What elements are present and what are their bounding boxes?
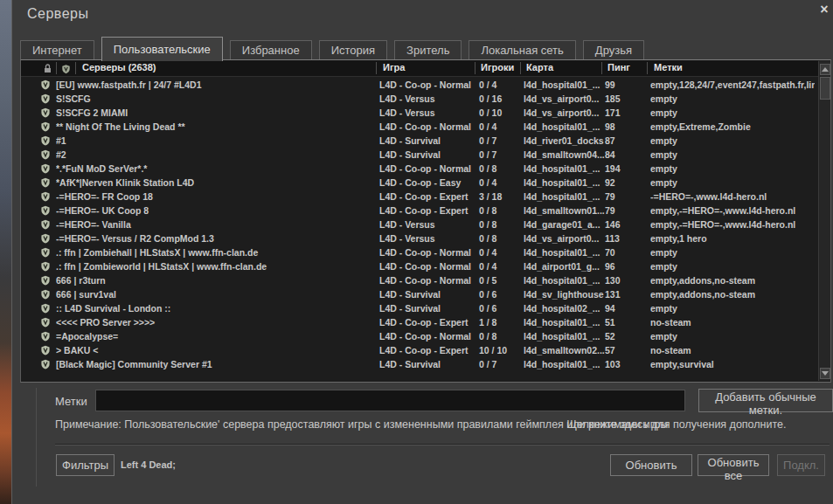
server-name-cell: -=HERO=- Vanilla <box>56 217 379 231</box>
secure-shield-icon <box>40 231 56 245</box>
column-header-tags[interactable]: Метки <box>654 62 683 72</box>
players-cell: 3 / 18 <box>479 190 524 204</box>
secure-shield-icon <box>40 245 56 259</box>
game-cell: L4D - Co-op - Easy <box>379 176 479 190</box>
server-name-cell: 666 | surv1val <box>56 287 379 301</box>
add-common-tags-button[interactable]: Добавить обычные метки. <box>698 389 833 412</box>
table-row[interactable]: S!SCFG 2 MIAMI L4D - Versus 0 / 10 l4d_v… <box>21 106 818 120</box>
table-row[interactable]: -=HERO=- FR Coop 18 L4D - Co-op - Expert… <box>21 190 818 204</box>
table-row[interactable]: *AfK*|Nerven Klinik Station L4D L4D - Co… <box>21 176 818 190</box>
map-cell: l4d_hospital02_... <box>524 301 605 315</box>
game-cell: L4D - Co-op - Expert <box>379 204 479 217</box>
players-cell: 0 / 6 <box>479 287 524 301</box>
server-name-cell: [EU] www.fastpath.fr | 24/7 #L4D1 <box>56 78 379 92</box>
secure-shield-icon <box>40 217 56 231</box>
tags-cell: empty <box>650 92 815 106</box>
close-icon[interactable]: × <box>816 2 832 17</box>
ping-cell: 51 <box>605 315 650 329</box>
server-name-cell: [Black Magic] Community Server #1 <box>56 357 379 371</box>
connect-button: Подкл. <box>777 454 825 476</box>
game-cell: L4D - Co-op - Expert <box>379 343 479 357</box>
secure-shield-icon <box>40 148 56 162</box>
triangle-down-icon <box>822 371 829 376</box>
header-separator <box>520 62 521 74</box>
secure-shield-icon <box>40 315 56 329</box>
server-name-cell: S!SCFG 2 MIAMI <box>56 106 379 120</box>
game-cell: L4D - Survival <box>379 287 479 301</box>
table-row[interactable]: ** Night Of The Living Dead ** L4D - Co-… <box>21 120 818 134</box>
secure-shield-icon <box>40 190 56 204</box>
header-separator <box>75 62 76 74</box>
table-row[interactable]: [Black Magic] Community Server #1 L4D - … <box>21 357 818 371</box>
ping-cell: 52 <box>605 329 650 343</box>
header-separator <box>601 62 602 74</box>
table-row[interactable]: [EU] www.fastpath.fr | 24/7 #L4D1 L4D - … <box>21 78 818 92</box>
refresh-button[interactable]: Обновить <box>610 454 692 476</box>
table-row[interactable]: -=HERO=- UK Coop 8 L4D - Co-op - Expert … <box>21 204 818 217</box>
lock-icon[interactable] <box>44 64 52 75</box>
map-cell: l4d_hospital01_... <box>524 120 605 134</box>
server-name-cell: .: ffn | Zombieworld | HLStatsX | www.ff… <box>56 259 379 273</box>
server-name-cell: -=HERO=- Versus / R2 CompMod 1.3 <box>56 231 379 245</box>
table-row[interactable]: 666 | surv1val L4D - Survival 0 / 6 l4d_… <box>21 287 818 301</box>
table-row[interactable]: =Apocalypse= L4D - Co-op - Normal 0 / 8 … <box>21 329 818 343</box>
table-row[interactable]: *.*FuN MoD SerVer*.* L4D - Co-op - Norma… <box>21 162 818 176</box>
table-row[interactable]: -=HERO=- Vanilla L4D - Versus 0 / 8 l4d_… <box>21 217 818 231</box>
secure-shield-icon <box>40 176 56 190</box>
tags-cell: empty <box>650 259 815 273</box>
tags-label: Метки <box>55 395 87 408</box>
vertical-scrollbar[interactable] <box>818 61 830 381</box>
secure-shield-icon[interactable] <box>61 64 71 76</box>
server-name-cell: =Apocalypse= <box>56 329 379 343</box>
players-cell: 0 / 16 <box>479 92 524 106</box>
tab-spectate[interactable]: Зритель <box>394 40 462 60</box>
scrollbar-thumb[interactable] <box>820 77 830 100</box>
players-cell: 0 / 10 <box>479 106 524 120</box>
table-header: Серверы (2638) Игра Игроки Карта Пинг Ме… <box>21 60 818 77</box>
players-cell: 0 / 8 <box>479 329 524 343</box>
tags-input[interactable] <box>95 390 685 411</box>
map-cell: l4d_smalltown01... <box>524 204 605 217</box>
tab-friends[interactable]: Друзья <box>583 40 644 60</box>
filters-button[interactable]: Фильтры <box>56 454 115 476</box>
table-row[interactable]: S!SCFG L4D - Versus 0 / 16 l4d_vs_airpor… <box>21 92 818 106</box>
table-row[interactable]: -=HERO=- Versus / R2 CompMod 1.3 L4D - V… <box>21 231 818 245</box>
table-row[interactable]: #1 L4D - Survival 0 / 7 l4d_river01_dock… <box>21 134 818 148</box>
table-row[interactable]: 666 | r3turn L4D - Co-op - Normal 0 / 5 … <box>21 273 818 287</box>
ping-cell: 92 <box>605 176 650 190</box>
tags-cell: empty <box>650 148 815 162</box>
column-header-ping[interactable]: Пинг <box>607 62 630 72</box>
tab-history[interactable]: История <box>319 40 387 60</box>
column-header-map[interactable]: Карта <box>526 62 553 72</box>
game-cell: L4D - Versus <box>379 106 479 120</box>
table-row[interactable]: .: ffn | Zombiehall | HLStatsX | www.ffn… <box>21 245 818 259</box>
note-overlap-b[interactable]: Щелкните здесь для получения дополните. <box>566 418 786 431</box>
table-row[interactable]: .: ffn | Zombieworld | HLStatsX | www.ff… <box>21 259 818 273</box>
table-row[interactable]: <<<< PRO Server >>>> L4D - Co-op - Exper… <box>21 315 818 329</box>
column-header-players[interactable]: Игроки <box>481 62 514 72</box>
table-row[interactable]: > BAKU < L4D - Co-op - Expert 10 / 10 l4… <box>21 343 818 357</box>
tab-internet[interactable]: Интернет <box>20 40 94 60</box>
game-cell: L4D - Co-op - Normal <box>379 78 479 92</box>
table-row[interactable]: :: L4D Survival - London :: L4D - Surviv… <box>21 301 818 315</box>
game-cell: L4D - Co-op - Expert <box>379 190 479 204</box>
players-cell: 0 / 4 <box>479 120 524 134</box>
tab-custom[interactable]: Пользовательские <box>101 37 223 61</box>
game-cell: L4D - Co-op - Normal <box>379 273 479 287</box>
secure-shield-icon <box>40 204 56 217</box>
secure-shield-icon <box>40 301 56 315</box>
refresh-all-button[interactable]: Обновить все <box>698 454 769 476</box>
column-header-servers[interactable]: Серверы (2638) <box>82 62 156 72</box>
column-header-game[interactable]: Игра <box>383 62 405 72</box>
secure-shield-icon <box>40 259 56 273</box>
tab-favorites[interactable]: Избранное <box>230 40 312 60</box>
map-cell: l4d_smalltown02... <box>524 343 605 357</box>
scroll-down-button[interactable] <box>820 368 830 379</box>
desktop-background: Серверы × ИнтернетПользовательскиеИзбран… <box>0 0 833 504</box>
tab-lan[interactable]: Локальная сеть <box>469 40 575 60</box>
secure-shield-icon <box>40 78 56 92</box>
secure-shield-icon <box>40 343 56 357</box>
scroll-up-button[interactable] <box>820 64 830 75</box>
table-row[interactable]: #2 L4D - Survival 0 / 7 l4d_smalltown04.… <box>21 148 818 162</box>
ping-cell: 146 <box>605 217 650 231</box>
